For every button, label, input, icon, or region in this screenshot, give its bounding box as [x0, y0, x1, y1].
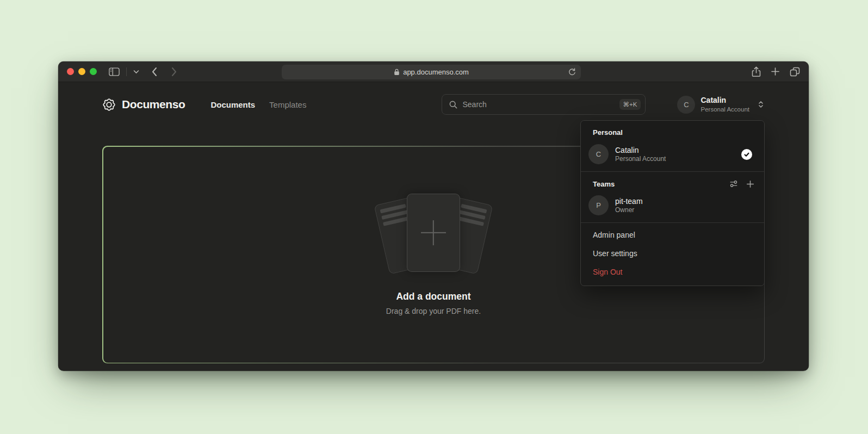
- app-content: Documenso Documents Templates ⌘+K C: [58, 82, 809, 370]
- nav-documents[interactable]: Documents: [210, 100, 255, 109]
- personal-avatar: C: [588, 144, 609, 164]
- dropzone-title: Add a document: [396, 291, 470, 302]
- team-avatar: P: [588, 195, 609, 215]
- personal-name: Catalin: [615, 145, 735, 155]
- add-document-plus-icon: [421, 220, 446, 245]
- address-bar[interactable]: app.documenso.com: [282, 65, 581, 79]
- tab-overview-icon[interactable]: [790, 67, 800, 77]
- menu-personal-heading: Personal: [581, 123, 764, 141]
- primary-nav: Documents Templates: [210, 100, 306, 109]
- search-input[interactable]: [462, 100, 615, 109]
- reload-icon[interactable]: [568, 67, 576, 76]
- brand[interactable]: Documenso: [102, 98, 185, 111]
- window-controls: [67, 68, 97, 75]
- lock-icon: [394, 69, 400, 76]
- nav-templates[interactable]: Templates: [269, 100, 306, 109]
- search-icon: [449, 100, 458, 109]
- brand-name: Documenso: [122, 98, 185, 111]
- close-window-button[interactable]: [67, 68, 74, 75]
- browser-toolbar: app.documenso.com: [58, 61, 809, 82]
- team-name: pit-team: [615, 196, 755, 206]
- account-name: Catalin: [700, 96, 749, 106]
- menu-item-team[interactable]: P pit-team Owner: [581, 192, 764, 220]
- personal-subtitle: Personal Account: [615, 155, 735, 164]
- url-text: app.documenso.com: [403, 68, 469, 76]
- menu-teams-heading-row: Teams: [581, 175, 764, 192]
- browser-window: app.documenso.com: [58, 61, 809, 371]
- selected-check-icon: [741, 149, 752, 160]
- sidebar-chevron-down-icon[interactable]: [133, 70, 139, 74]
- menu-item-sign-out[interactable]: Sign Out: [581, 263, 764, 281]
- documenso-logo-icon: [102, 98, 116, 111]
- menu-separator: [581, 171, 764, 172]
- share-icon[interactable]: [752, 66, 761, 77]
- minimize-window-button[interactable]: [78, 68, 85, 75]
- maximize-window-button[interactable]: [90, 68, 97, 75]
- account-dropdown-menu: Personal C Catalin Personal Account Team…: [580, 120, 765, 286]
- menu-item-admin-panel[interactable]: Admin panel: [581, 226, 764, 244]
- document-card-center: [407, 194, 460, 272]
- manage-teams-icon[interactable]: [729, 179, 738, 188]
- back-button[interactable]: [151, 67, 158, 77]
- chevron-up-down-icon: [757, 100, 765, 109]
- team-role: Owner: [615, 206, 755, 215]
- new-tab-icon[interactable]: [771, 67, 780, 76]
- account-menu-trigger[interactable]: C Catalin Personal Account: [677, 96, 765, 114]
- dropzone-subtitle: Drag & drop your PDF here.: [386, 307, 481, 315]
- search-box[interactable]: ⌘+K: [442, 94, 646, 115]
- menu-item-user-settings[interactable]: User settings: [581, 244, 764, 263]
- menu-teams-heading: Teams: [593, 180, 729, 188]
- menu-item-personal-account[interactable]: C Catalin Personal Account: [581, 141, 764, 169]
- create-team-icon[interactable]: [746, 180, 754, 188]
- documents-illustration: [379, 194, 488, 274]
- forward-button[interactable]: [171, 67, 177, 77]
- account-subtitle: Personal Account: [700, 106, 749, 113]
- account-avatar: C: [677, 96, 695, 114]
- sidebar-toggle-icon[interactable]: [109, 67, 120, 77]
- menu-separator: [581, 222, 764, 223]
- toolbar-divider: [126, 67, 127, 76]
- search-shortcut-badge: ⌘+K: [619, 99, 641, 110]
